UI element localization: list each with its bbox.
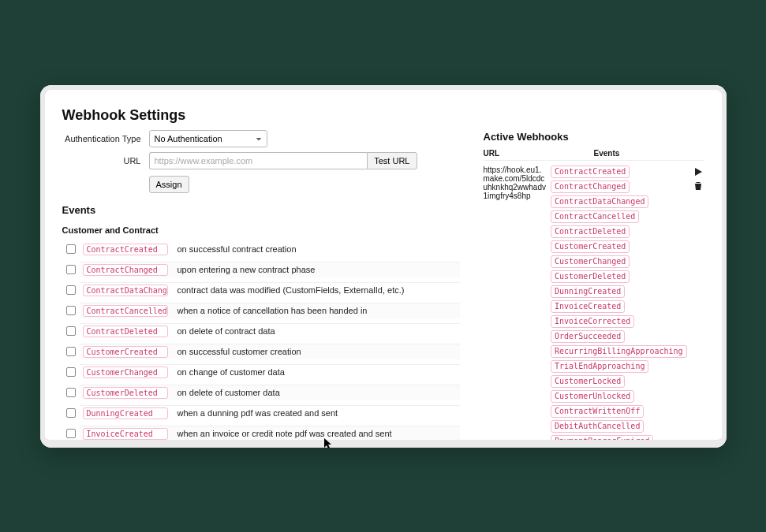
event-name-badge: CustomerChanged <box>83 366 168 378</box>
event-name-badge: InvoiceCreated <box>83 428 168 440</box>
assign-button[interactable]: Assign <box>149 176 189 193</box>
event-checkbox[interactable] <box>66 367 76 377</box>
active-webhook-row: https://hook.eu1.make.com/5ldcdcuhknkhq2… <box>484 166 704 448</box>
event-description: on successful customer creation <box>177 347 457 356</box>
event-row: ContractChangedupon entering a new contr… <box>62 259 460 280</box>
event-name-badge: ContractChanged <box>83 264 168 276</box>
event-tag: RecurringBillingApproaching <box>551 345 687 358</box>
event-name-badge: ContractCancelled <box>83 305 168 317</box>
event-tag: CustomerLocked <box>551 375 625 388</box>
event-tag: CustomerUnlocked <box>551 390 634 403</box>
event-row: InvoiceCreatedwhen an invoice or credit … <box>62 423 460 444</box>
event-description: contract data was modified (CustomFields… <box>177 285 457 295</box>
event-checkbox[interactable] <box>66 244 76 254</box>
url-row: URL Test URL <box>62 152 460 169</box>
event-tag: CustomerDeleted <box>551 270 630 283</box>
assign-row: Assign <box>62 174 460 193</box>
event-row: ContractCancelledwhen a notice of cancel… <box>62 300 460 321</box>
left-pane: Webhook Settings Authentication Type No … <box>62 107 460 448</box>
events-group-heading: Customer and Contract <box>62 225 460 235</box>
window: Webhook Settings Authentication Type No … <box>40 85 727 448</box>
event-name-badge: CustomerDeleted <box>83 387 168 399</box>
event-name-badge: CustomerCreated <box>83 346 168 358</box>
events-list: ContractCreatedon successful contract cr… <box>62 240 460 448</box>
event-name-badge: ContractCreated <box>83 244 168 255</box>
col-events-header: Events <box>594 149 620 158</box>
active-webhook-url: https://hook.eu1.make.com/5ldcdcuhknkhq2… <box>484 166 547 448</box>
event-description: on change of customer data <box>177 367 457 377</box>
event-tag: DunningCreated <box>551 285 625 298</box>
active-webhooks-header: URL Events <box>484 149 704 161</box>
event-tag: CustomerCreated <box>551 240 630 253</box>
event-checkbox[interactable] <box>66 285 76 295</box>
event-row: ContractCreatedon successful contract cr… <box>62 240 460 259</box>
event-checkbox[interactable] <box>66 429 76 438</box>
event-tag: CustomerChanged <box>551 255 630 268</box>
event-tag: TrialEndApproaching <box>551 360 648 373</box>
test-url-button[interactable]: Test URL <box>367 152 417 169</box>
auth-type-select[interactable]: No Authentication <box>149 130 267 147</box>
url-input[interactable] <box>149 152 368 169</box>
event-description: when a notice of cancellation has been h… <box>177 306 457 315</box>
active-webhook-events: ContractCreatedContractChangedContractDa… <box>551 166 687 448</box>
event-tag: ContractCancelled <box>551 210 639 223</box>
right-pane: Active Webhooks URL Events https://hook.… <box>484 107 704 448</box>
event-checkbox[interactable] <box>66 388 76 397</box>
event-tag: ContractDataChanged <box>551 195 648 208</box>
auth-type-label: Authentication Type <box>62 134 149 143</box>
play-icon[interactable] <box>693 166 703 175</box>
event-name-badge: ContractDeleted <box>83 326 168 337</box>
event-row: InvoiceCorrectedwhen an invoice or credi… <box>62 444 460 448</box>
event-row: ContractDataChangedcontract data was mod… <box>62 280 460 300</box>
event-checkbox[interactable] <box>66 326 76 336</box>
event-tag: ContractDeleted <box>551 225 630 238</box>
event-checkbox[interactable] <box>66 408 76 418</box>
event-tag: InvoiceCorrected <box>551 315 634 328</box>
trash-icon[interactable] <box>693 180 703 189</box>
event-checkbox[interactable] <box>66 306 76 315</box>
event-tag: ContractChanged <box>551 180 630 193</box>
auth-type-row: Authentication Type No Authentication <box>62 130 460 147</box>
events-heading: Events <box>62 204 460 216</box>
page-title: Webhook Settings <box>62 107 460 124</box>
event-row: CustomerChangedon change of customer dat… <box>62 362 460 382</box>
event-tag: ContractWrittenOff <box>551 405 644 418</box>
event-description: upon entering a new contract phase <box>177 265 457 274</box>
event-name-badge: ContractDataChanged <box>83 285 168 296</box>
event-row: ContractDeletedon delete of contract dat… <box>62 321 460 341</box>
event-tag: PaymentBearerExpired <box>551 435 653 448</box>
event-description: on delete of customer data <box>177 388 457 397</box>
event-tag: ContractCreated <box>551 166 630 178</box>
event-row: CustomerDeletedon delete of customer dat… <box>62 382 460 403</box>
event-tag: OrderSucceeded <box>551 330 625 343</box>
col-url-header: URL <box>484 149 594 158</box>
event-description: on successful contract creation <box>177 244 457 254</box>
event-row: DunningCreatedwhen a dunning pdf was cre… <box>62 403 460 423</box>
event-checkbox[interactable] <box>66 347 76 356</box>
event-description: when an invoice or credit note pdf was c… <box>177 429 457 438</box>
active-webhooks-heading: Active Webhooks <box>484 131 704 143</box>
event-description: on delete of contract data <box>177 326 457 336</box>
event-tag: InvoiceCreated <box>551 300 625 313</box>
url-label: URL <box>62 156 149 166</box>
event-checkbox[interactable] <box>66 265 76 274</box>
event-tag: DebitAuthCancelled <box>551 420 644 433</box>
event-description: when a dunning pdf was created and sent <box>177 408 457 418</box>
event-row: CustomerCreatedon successful customer cr… <box>62 341 460 362</box>
event-name-badge: DunningCreated <box>83 407 168 419</box>
